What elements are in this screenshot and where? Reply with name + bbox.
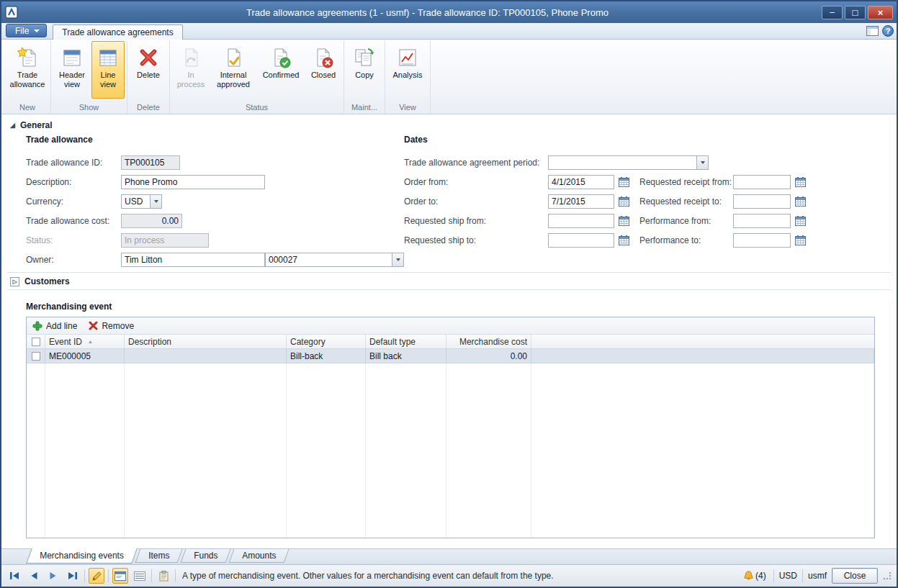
maximize-button[interactable]: □ [845, 6, 866, 19]
grid-view-button[interactable] [132, 568, 148, 584]
file-menu-button[interactable]: File [6, 24, 47, 37]
group-label-view: View [387, 101, 428, 114]
period-dropdown-button[interactable] [696, 155, 709, 170]
app-icon [5, 6, 18, 19]
divider [7, 289, 891, 290]
last-record-button[interactable] [65, 568, 81, 584]
window-layout-icon[interactable] [866, 26, 879, 36]
calendar-button[interactable] [616, 214, 631, 228]
ship-to-field[interactable] [548, 233, 614, 248]
receipt-to-field[interactable] [733, 194, 791, 209]
ribbon-group-status: In process Internal approved Confirmed [170, 41, 344, 114]
ribbon-group-new: Trade allowance New [4, 41, 51, 114]
closed-button[interactable]: Closed [305, 41, 341, 99]
currency-label: Currency: [26, 196, 121, 207]
trade-allowance-cost-field [121, 214, 182, 228]
tab-amounts[interactable]: Amounts [229, 549, 289, 563]
titlebar[interactable]: Trade allowance agreements (1 - usmf) - … [1, 1, 897, 23]
column-header-default-type[interactable]: Default type [366, 335, 446, 348]
cell-default-type: Bill back [366, 349, 446, 363]
calendar-button[interactable] [793, 214, 807, 228]
calendar-button[interactable] [616, 194, 631, 209]
description-field[interactable] [121, 175, 265, 189]
tab-merchandising-events[interactable]: Merchandising events [26, 548, 137, 564]
status-message: A type of merchandising event. Other val… [182, 571, 554, 581]
order-from-field[interactable] [548, 175, 614, 189]
tab-funds[interactable]: Funds [181, 549, 231, 563]
analysis-button[interactable]: Analysis [387, 41, 428, 99]
closed-icon [312, 45, 335, 71]
customers-section-header[interactable]: ▷ Customers [1, 273, 897, 286]
attachments-button[interactable] [156, 568, 171, 584]
group-label-show: Show [53, 101, 125, 114]
column-header-category[interactable]: Category [287, 335, 366, 348]
header-view-icon [60, 45, 84, 71]
button-label: Line view [93, 71, 123, 89]
ship-from-field[interactable] [548, 214, 614, 228]
minimize-button[interactable]: − [822, 6, 843, 19]
cell-description [125, 349, 287, 363]
next-record-button[interactable] [45, 568, 61, 584]
internal-approved-button[interactable]: Internal approved [210, 41, 256, 99]
group-label-maintain: Maint... [346, 101, 382, 114]
confirmed-button[interactable]: Confirmed [257, 41, 305, 99]
row-checkbox[interactable] [32, 352, 40, 361]
currency-dropdown-button[interactable] [150, 194, 162, 209]
status-field [121, 233, 209, 248]
group-label-status: Status [172, 101, 341, 114]
button-label: Trade allowance [8, 71, 47, 89]
company-indicator[interactable]: usmf [808, 571, 827, 581]
remove-button[interactable]: Remove [89, 321, 134, 331]
order-to-field[interactable] [548, 194, 614, 209]
receipt-from-field[interactable] [733, 175, 791, 189]
receipt-from-label: Requested receipt from: [639, 177, 733, 187]
tab-items[interactable]: Items [135, 549, 182, 563]
delete-button[interactable]: Delete [130, 41, 167, 99]
tab-trade-allowance-agreements[interactable]: Trade allowance agreements [53, 24, 182, 40]
analysis-icon [396, 45, 419, 71]
owner-dropdown-button[interactable] [392, 253, 404, 267]
calendar-button[interactable] [793, 194, 807, 209]
close-button[interactable]: Close [832, 568, 878, 584]
notifications-button[interactable]: (4) [741, 568, 768, 584]
general-section-header[interactable]: ◢ General [1, 114, 897, 130]
field-row-ship-to: Requested ship to: Performance to: [404, 230, 897, 250]
button-label: Closed [311, 71, 336, 80]
first-record-button[interactable] [6, 568, 22, 584]
ribbon-group-view: Analysis View [385, 41, 431, 114]
copy-button[interactable]: Copy [346, 41, 382, 99]
help-icon[interactable]: ? [882, 25, 894, 37]
performance-from-label: Performance from: [639, 216, 733, 226]
period-field[interactable] [548, 155, 696, 170]
internal-approved-icon [222, 45, 245, 71]
field-row-currency: Currency: [26, 191, 404, 211]
resize-grip[interactable] [883, 571, 892, 580]
owner-name-field[interactable] [121, 253, 265, 267]
performance-from-field[interactable] [733, 214, 791, 228]
column-header-merchandise-cost[interactable]: Merchandise cost [446, 335, 531, 348]
confirmed-icon [269, 45, 292, 71]
calendar-button[interactable] [616, 233, 631, 248]
button-label: Header view [55, 71, 89, 89]
performance-to-field[interactable] [733, 233, 791, 248]
header-view-button[interactable]: Header view [53, 41, 91, 99]
close-window-button[interactable]: × [868, 6, 893, 19]
table-row[interactable]: ME000005 Bill-back Bill back 0.00 [27, 349, 874, 363]
select-all-checkbox[interactable] [32, 338, 40, 346]
column-header-description[interactable]: Description [125, 335, 287, 348]
owner-code-field[interactable] [265, 253, 392, 267]
add-line-button[interactable]: Add line [32, 321, 77, 331]
calendar-button[interactable] [793, 175, 807, 189]
line-view-button[interactable]: Line view [91, 41, 125, 99]
form-view-button[interactable] [112, 568, 128, 584]
ribbon-group-delete: Delete Delete [127, 41, 170, 114]
field-row-order-from: Order from: Requested receipt from: [404, 172, 897, 191]
calendar-button[interactable] [616, 175, 631, 189]
edit-record-button[interactable] [89, 568, 104, 584]
period-label: Trade allowance agreement period: [404, 158, 548, 168]
currency-field[interactable] [121, 194, 150, 209]
calendar-button[interactable] [793, 233, 807, 248]
previous-record-button[interactable] [26, 568, 42, 584]
column-header-event-id[interactable]: Event ID ▲ [45, 335, 125, 348]
trade-allowance-button[interactable]: Trade allowance [6, 41, 48, 99]
